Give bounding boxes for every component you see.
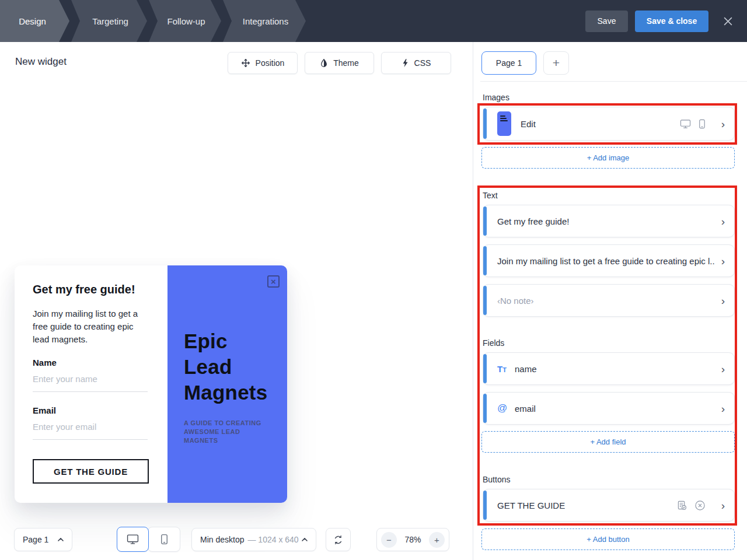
phone-icon (160, 534, 168, 545)
viewport-size: — 1024 x 640 (247, 535, 298, 544)
name-input[interactable] (33, 374, 148, 392)
email-field-label: email (515, 404, 536, 414)
refresh-icon (333, 534, 344, 545)
button-element-label: GET THE GUIDE (497, 501, 565, 510)
mobile-visibility-icon[interactable] (699, 119, 706, 129)
image-element-label: Edit (521, 119, 536, 129)
image-title-line3: Magnets (184, 380, 267, 405)
position-button[interactable]: Position (228, 52, 298, 74)
plus-icon: + (553, 56, 560, 70)
widget-close-icon[interactable]: × (267, 275, 280, 288)
text-element-row[interactable]: Get my free guide! › (483, 205, 735, 237)
bolt-icon (402, 58, 409, 68)
chevron-right-icon: › (714, 363, 725, 374)
refresh-preview-button[interactable] (326, 528, 351, 551)
chevron-right-icon: › (714, 403, 725, 414)
image-title: Epic Lead Magnets (184, 328, 267, 405)
widget-title: New widget (15, 56, 67, 68)
viewport-size-dropdown[interactable]: Min desktop — 1024 x 640 (191, 528, 316, 551)
name-field-row[interactable]: TT name › (483, 352, 735, 385)
widget-image-panel: × Epic Lead Magnets A GUIDE TO CREATING … (167, 265, 287, 503)
email-field-row[interactable]: @ email › (483, 392, 735, 425)
theme-button[interactable]: Theme (305, 52, 374, 74)
name-field-label: name (515, 364, 537, 374)
images-section-label: Images (483, 93, 509, 102)
tab-integrations[interactable]: Integrations (223, 0, 306, 42)
sidebar-divider (480, 81, 747, 82)
text-element-label: Get my free guide! (497, 216, 569, 226)
page-selector-dropdown[interactable]: Page 1 (14, 528, 72, 551)
top-navbar: Design Targeting Follow-up Integrations … (0, 0, 747, 42)
move-icon (241, 58, 250, 68)
button-row-icons: › (677, 500, 725, 511)
text-element-label: Join my mailing list to get a free guide… (497, 256, 714, 266)
tab-targeting[interactable]: Targeting (71, 0, 147, 42)
chevron-right-icon: › (714, 216, 725, 227)
submit-form-icon[interactable] (677, 501, 687, 510)
theme-label: Theme (333, 58, 359, 68)
close-icon[interactable] (719, 12, 736, 30)
element-accent-bar (483, 354, 487, 383)
text-element-row[interactable]: Join my mailing list to get a free guide… (483, 244, 735, 277)
name-field-label: Name (33, 358, 57, 368)
image-title-line2: Lead (184, 354, 267, 380)
note-element-label: ‹No note› (497, 296, 534, 306)
get-the-guide-button[interactable]: GET THE GUIDE (33, 459, 149, 484)
droplet-icon (320, 58, 328, 68)
save-close-button[interactable]: Save & close (635, 10, 708, 32)
position-label: Position (256, 58, 285, 68)
tab-targeting-label: Targeting (92, 16, 128, 26)
add-page-button[interactable]: + (543, 51, 569, 75)
close-x-glyph: × (271, 277, 276, 286)
email-field-icon: @ (497, 402, 515, 414)
image-thumbnail (497, 111, 511, 136)
tab-integrations-label: Integrations (243, 16, 288, 26)
add-image-button[interactable]: + Add image (481, 147, 735, 169)
preview-canvas: Get my free guide! Join my mailing list … (0, 82, 473, 560)
text-field-icon: TT (497, 364, 515, 374)
tab-design-label: Design (19, 16, 46, 26)
widget-form-column: Get my free guide! Join my mailing list … (33, 265, 167, 503)
element-accent-bar (483, 491, 487, 520)
buttons-section-label: Buttons (483, 475, 510, 484)
note-element-row[interactable]: ‹No note› › (483, 284, 735, 317)
widget-body-text: Join my mailing list to get a free guide… (33, 307, 150, 346)
desktop-view-toggle[interactable] (117, 527, 149, 552)
css-button[interactable]: CSS (381, 52, 451, 74)
page-selector-label: Page 1 (23, 535, 48, 544)
email-input[interactable] (33, 422, 148, 440)
widget-preview[interactable]: Get my free guide! Join my mailing list … (15, 265, 287, 503)
image-row-icons: › (680, 118, 725, 130)
close-action-icon[interactable] (694, 500, 706, 511)
chevron-right-icon: › (714, 500, 725, 511)
image-subtitle: A GUIDE TO CREATING AWESOME LEAD MAGNETS (184, 419, 274, 445)
caret-up-icon (58, 538, 64, 541)
element-accent-bar (483, 394, 487, 423)
element-accent-bar (483, 246, 487, 275)
button-element-row[interactable]: GET THE GUIDE › (483, 489, 735, 522)
zoom-in-button[interactable]: + (429, 532, 445, 548)
elements-sidebar: Page 1 + Images Edit › + Add image Text (473, 42, 747, 560)
tab-follow-up[interactable]: Follow-up (149, 0, 221, 42)
tab-design[interactable]: Design (0, 0, 69, 42)
image-element-row[interactable]: Edit › (483, 107, 735, 141)
css-label: CSS (414, 58, 431, 68)
navbar-actions: Save Save & close (585, 0, 736, 42)
text-section-label: Text (483, 191, 498, 200)
tab-follow-up-label: Follow-up (167, 16, 205, 26)
chevron-right-icon: › (714, 118, 725, 130)
add-field-button[interactable]: + Add field (481, 431, 735, 453)
add-button-button[interactable]: + Add button (481, 528, 735, 550)
element-accent-bar (483, 206, 487, 236)
mobile-view-toggle[interactable] (148, 527, 180, 552)
sidebar-page-tab[interactable]: Page 1 (481, 51, 536, 75)
desktop-visibility-icon[interactable] (680, 119, 691, 129)
save-button[interactable]: Save (585, 10, 628, 32)
widget-builder-app: Design Targeting Follow-up Integrations … (0, 0, 747, 560)
zoom-out-button[interactable]: − (381, 532, 397, 548)
widget-heading: Get my free guide! (33, 283, 135, 296)
chevron-right-icon: › (714, 295, 725, 306)
caret-up-icon (302, 538, 308, 541)
zoom-level: 78% (404, 535, 421, 544)
element-accent-bar (483, 286, 487, 315)
